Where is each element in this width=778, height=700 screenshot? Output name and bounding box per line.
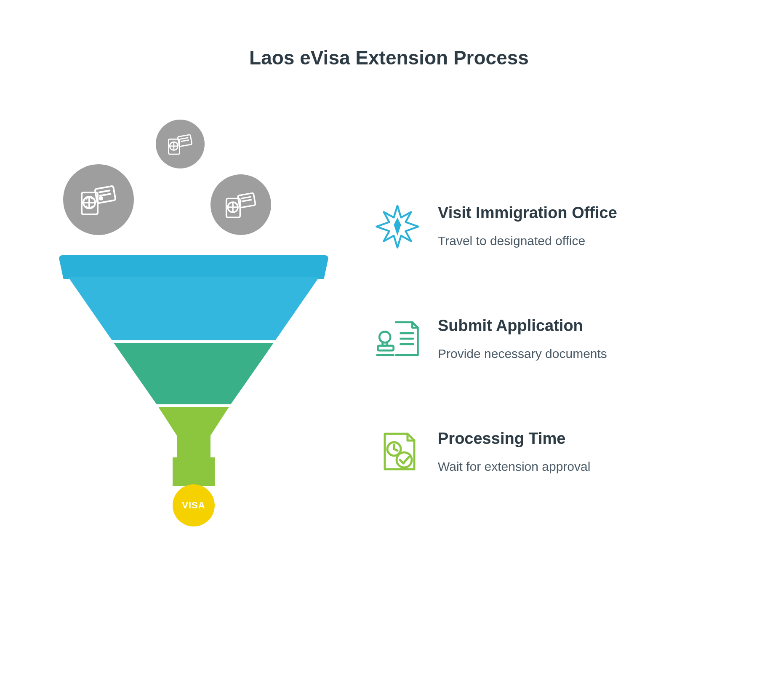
svg-line-14 bbox=[181, 140, 189, 141]
step-submit-application: Submit Application Provide necessary doc… bbox=[375, 317, 617, 362]
funnel-spout bbox=[173, 457, 215, 486]
visa-output-circle: VISA bbox=[173, 484, 215, 526]
input-circle-large bbox=[63, 164, 134, 235]
visa-output-label: VISA bbox=[182, 500, 205, 511]
svg-line-20 bbox=[241, 197, 251, 198]
svg-line-5 bbox=[99, 190, 110, 192]
funnel-section-middle bbox=[114, 343, 274, 404]
passport-ticket-icon bbox=[223, 188, 259, 221]
clock-check-document-icon bbox=[375, 430, 420, 475]
step-title: Visit Immigration Office bbox=[438, 204, 617, 222]
step-visit-immigration: Visit Immigration Office Travel to desig… bbox=[375, 204, 617, 249]
diagram-content: VISA Visit Immigration Office Travel to … bbox=[0, 69, 778, 532]
input-circle-small bbox=[156, 120, 205, 168]
funnel-body bbox=[68, 277, 319, 462]
svg-point-34 bbox=[397, 452, 412, 468]
svg-line-21 bbox=[242, 200, 252, 201]
svg-line-6 bbox=[99, 194, 111, 196]
stamp-document-icon bbox=[375, 317, 420, 362]
steps-list: Visit Immigration Office Travel to desig… bbox=[375, 103, 617, 475]
svg-rect-29 bbox=[378, 346, 393, 350]
step-subtitle: Wait for extension approval bbox=[438, 460, 590, 474]
step-subtitle: Provide necessary documents bbox=[438, 347, 607, 361]
passport-ticket-icon bbox=[77, 181, 120, 219]
svg-line-13 bbox=[180, 138, 188, 139]
funnel-illustration: VISA bbox=[59, 103, 328, 532]
diagram-title: Laos eVisa Extension Process bbox=[0, 0, 778, 69]
step-title: Submit Application bbox=[438, 317, 607, 335]
svg-point-28 bbox=[379, 331, 390, 342]
step-title: Processing Time bbox=[438, 430, 590, 448]
step-processing-time: Processing Time Wait for extension appro… bbox=[375, 430, 617, 475]
svg-point-7 bbox=[100, 197, 102, 200]
svg-line-33 bbox=[394, 449, 397, 451]
compass-star-icon bbox=[375, 204, 420, 249]
passport-ticket-icon bbox=[165, 131, 195, 157]
svg-marker-22 bbox=[158, 407, 229, 462]
funnel-rim bbox=[59, 255, 328, 279]
input-circle-medium bbox=[210, 174, 271, 235]
funnel-section-top bbox=[68, 277, 319, 340]
step-subtitle: Travel to designated office bbox=[438, 234, 617, 248]
svg-marker-24 bbox=[394, 217, 401, 235]
